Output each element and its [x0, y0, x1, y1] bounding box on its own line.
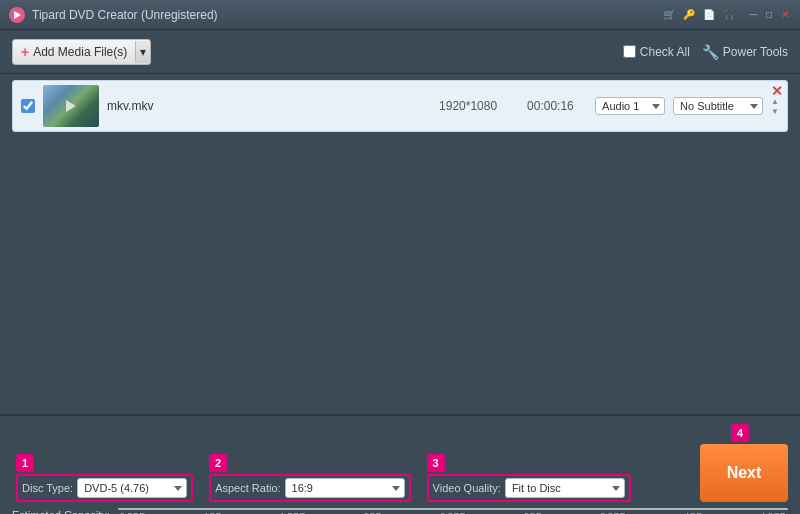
bottom-panel: 1 Disc Type: DVD-5 (4.76) DVD-9 (8.5) BD…: [0, 414, 800, 514]
add-media-label: Add Media File(s): [33, 45, 127, 59]
power-tools-label: Power Tools: [723, 45, 788, 59]
check-all-text: Check All: [640, 45, 690, 59]
remove-file-button[interactable]: ✕: [771, 83, 783, 99]
capacity-row: Estimated Capacity: 0.5GB 1GB: [12, 508, 788, 514]
file-name: mkv.mkv: [107, 99, 431, 113]
window-title: Tipard DVD Creator (Unregistered): [32, 8, 662, 22]
wrench-icon: 🔧: [702, 44, 719, 60]
cart-icon[interactable]: 🛒: [662, 8, 676, 22]
headset-icon[interactable]: 🎧: [722, 8, 736, 22]
annotation-badge-2: 2: [209, 454, 227, 472]
video-quality-label: Video Quality:: [433, 482, 501, 494]
toolbar-right: Check All 🔧 Power Tools: [623, 44, 788, 60]
toolbar: + Add Media File(s) ▾ Check All 🔧 Power …: [0, 30, 800, 74]
add-media-dropdown-arrow[interactable]: ▾: [135, 41, 150, 63]
file-checkbox[interactable]: [21, 99, 35, 113]
maximize-button[interactable]: □: [762, 8, 776, 22]
annotation-badge-3: 3: [427, 454, 445, 472]
check-all-label[interactable]: Check All: [623, 45, 690, 59]
file-thumbnail: [43, 85, 99, 127]
capacity-bar: [118, 508, 788, 510]
file-duration: 00:00:16: [527, 99, 587, 113]
subtitle-select[interactable]: No Subtitle Subtitle 1: [673, 97, 763, 115]
aspect-ratio-group: Aspect Ratio: 16:9 4:3: [209, 474, 410, 502]
toolbar-icons: 🛒 🔑 📄 🎧: [662, 8, 736, 22]
toolbar-left: + Add Media File(s) ▾: [12, 39, 151, 65]
disc-type-select[interactable]: DVD-5 (4.76) DVD-9 (8.5) BD-25 BD-50: [77, 478, 187, 498]
add-media-button[interactable]: + Add Media File(s) ▾: [12, 39, 151, 65]
disc-type-label: Disc Type:: [22, 482, 73, 494]
file-resolution: 1920*1080: [439, 99, 519, 113]
annotation-badge-4: 4: [731, 424, 749, 442]
title-bar: Tipard DVD Creator (Unregistered) 🛒 🔑 📄 …: [0, 0, 800, 30]
estimated-capacity-label: Estimated Capacity:: [12, 509, 110, 515]
disc-type-group: Disc Type: DVD-5 (4.76) DVD-9 (8.5) BD-2…: [16, 474, 193, 502]
file-row: mkv.mkv 1920*1080 00:00:16 Audio 1 Audio…: [12, 80, 788, 132]
window-controls: 🛒 🔑 📄 🎧 ─ □ ✕: [662, 8, 792, 22]
next-button[interactable]: Next: [700, 444, 788, 502]
audio-track-select[interactable]: Audio 1 Audio 2: [595, 97, 665, 115]
sort-down-icon[interactable]: ▼: [771, 107, 779, 116]
aspect-ratio-select[interactable]: 16:9 4:3: [285, 478, 405, 498]
app-logo: [8, 6, 26, 24]
aspect-ratio-label: Aspect Ratio:: [215, 482, 280, 494]
video-quality-select[interactable]: Fit to Disc High Medium Low: [505, 478, 625, 498]
main-content: mkv.mkv 1920*1080 00:00:16 Audio 1 Audio…: [0, 74, 800, 414]
minimize-button[interactable]: ─: [746, 8, 760, 22]
plus-icon: +: [21, 44, 29, 60]
close-button[interactable]: ✕: [778, 8, 792, 22]
power-tools-button[interactable]: 🔧 Power Tools: [702, 44, 788, 60]
file-icon[interactable]: 📄: [702, 8, 716, 22]
key-icon[interactable]: 🔑: [682, 8, 696, 22]
check-all-checkbox[interactable]: [623, 45, 636, 58]
video-quality-group: Video Quality: Fit to Disc High Medium L…: [427, 474, 631, 502]
sort-arrows[interactable]: ▲ ▼: [771, 97, 779, 116]
annotation-badge-1: 1: [16, 454, 34, 472]
